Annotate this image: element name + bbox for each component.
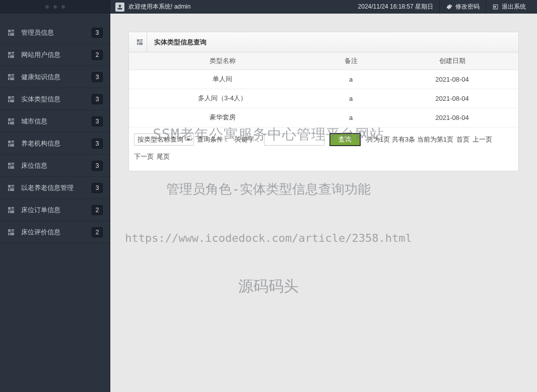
- grid-icon: [7, 51, 15, 59]
- logout-button[interactable]: 退出系统: [486, 0, 532, 14]
- sidebar-item-7[interactable]: 以老养老信息管理3: [0, 177, 110, 199]
- keyword-label: 关键字：: [235, 133, 261, 147]
- grid-icon: [7, 29, 15, 37]
- topbar: 欢迎使用本系统! admin 2024/11/24 16:18:57 星期日 修…: [110, 0, 537, 14]
- sidebar-item-badge: 3: [92, 72, 103, 82]
- sidebar-item-label: 以老养老信息管理: [21, 183, 92, 192]
- column-header: 备注: [316, 52, 386, 70]
- panel-title: 实体类型信息查询: [147, 38, 207, 47]
- sidebar-item-badge: 3: [92, 28, 103, 38]
- pager-next[interactable]: 下一页: [134, 150, 154, 164]
- search-field-select[interactable]: 按类型名称查询: [134, 134, 194, 146]
- keyword-input[interactable]: [264, 134, 324, 146]
- welcome-text: 欢迎使用本系统! admin: [128, 3, 190, 11]
- column-header: 创建日期: [386, 52, 518, 70]
- sidebar-item-8[interactable]: 床位订单信息2: [0, 199, 110, 221]
- pager-last[interactable]: 尾页: [157, 150, 170, 164]
- grid-icon: [7, 140, 15, 148]
- sidebar-item-5[interactable]: 养老机构信息3: [0, 133, 110, 155]
- sidebar-item-9[interactable]: 床位评价信息2: [0, 221, 110, 243]
- sidebar-item-badge: 3: [92, 94, 103, 104]
- sidebar-item-3[interactable]: 实体类型信息3: [0, 88, 110, 110]
- topbar-datetime: 2024/11/24 16:18:57 星期日: [352, 0, 439, 14]
- grid-icon: [7, 73, 15, 81]
- sidebar-item-label: 实体类型信息: [21, 95, 92, 104]
- pager-prev[interactable]: 上一页: [473, 133, 492, 147]
- sidebar-item-label: 床位订单信息: [21, 206, 92, 215]
- topbar-welcome: 欢迎使用本系统! admin: [115, 3, 190, 12]
- sidebar-item-0[interactable]: 管理员信息3: [0, 22, 110, 44]
- data-table: 类型名称备注创建日期 单人间a2021-08-04多人间（3-4人）a2021-…: [129, 52, 518, 127]
- table-row: 多人间（3-4人）a2021-08-04: [129, 89, 518, 108]
- avatar-icon: [115, 3, 124, 12]
- grid-icon: [7, 95, 15, 103]
- table-row: 单人间a2021-08-04: [129, 70, 518, 89]
- table-cell: a: [316, 70, 386, 89]
- sidebar-item-4[interactable]: 城市信息3: [0, 110, 110, 133]
- query-panel: 实体类型信息查询 类型名称备注创建日期 单人间a2021-08-04多人间（3-…: [128, 32, 519, 171]
- grid-icon: [7, 162, 15, 170]
- pager-first[interactable]: 首页: [456, 133, 469, 147]
- main: 欢迎使用本系统! admin 2024/11/24 16:18:57 星期日 修…: [110, 0, 537, 392]
- table-cell: a: [316, 108, 386, 127]
- table-cell: 2021-08-04: [386, 89, 518, 108]
- gear-icon: [446, 4, 452, 10]
- table-row: 豪华套房a2021-08-04: [129, 108, 518, 127]
- sidebar-item-label: 床位信息: [21, 161, 92, 170]
- sidebar-item-badge: 2: [92, 50, 103, 60]
- table-cell: 2021-08-04: [386, 108, 518, 127]
- table-cell: 单人间: [129, 70, 316, 89]
- sidebar-item-1[interactable]: 网站用户信息2: [0, 44, 110, 66]
- content-area: 实体类型信息查询 类型名称备注创建日期 单人间a2021-08-04多人间（3-…: [110, 14, 537, 392]
- logout-icon: [492, 4, 499, 10]
- table-cell: 2021-08-04: [386, 70, 518, 89]
- column-header: 类型名称: [129, 52, 316, 70]
- change-password-button[interactable]: 修改密码: [439, 0, 486, 14]
- sidebar-item-badge: 3: [92, 116, 103, 126]
- table-footer: 按类型名称查询 查询条件： 关键字： 查询 共为1页 共有3条 当前为第1页 首…: [129, 127, 518, 171]
- grid-icon: [7, 117, 15, 125]
- nav-list: 管理员信息3网站用户信息2健康知识信息3实体类型信息3城市信息3养老机构信息3床…: [0, 22, 110, 243]
- sidebar-header: [0, 0, 110, 14]
- sidebar-item-label: 管理员信息: [21, 28, 92, 37]
- grid-icon: [7, 184, 15, 192]
- table-cell: 豪华套房: [129, 108, 316, 127]
- sidebar-item-badge: 3: [92, 139, 103, 149]
- sidebar-item-label: 养老机构信息: [21, 139, 92, 148]
- table-cell: a: [316, 89, 386, 108]
- sidebar-item-label: 健康知识信息: [21, 73, 92, 82]
- sidebar-item-badge: 3: [92, 183, 103, 193]
- sidebar-item-6[interactable]: 床位信息3: [0, 155, 110, 177]
- grid-icon: [7, 228, 15, 236]
- sidebar: 管理员信息3网站用户信息2健康知识信息3实体类型信息3城市信息3养老机构信息3床…: [0, 0, 110, 392]
- grid-icon: [7, 206, 15, 214]
- window-dots: [45, 5, 65, 9]
- pager-summary: 共为1页 共有3条 当前为第1页: [367, 133, 453, 147]
- sidebar-item-label: 网站用户信息: [21, 50, 92, 59]
- sidebar-item-badge: 2: [92, 227, 103, 237]
- grid-icon: [133, 32, 147, 52]
- sidebar-item-label: 床位评价信息: [21, 228, 92, 237]
- sidebar-item-badge: 2: [92, 205, 103, 215]
- table-cell: 多人间（3-4人）: [129, 89, 316, 108]
- search-button[interactable]: 查询: [329, 133, 361, 146]
- panel-header: 实体类型信息查询: [129, 32, 518, 52]
- sidebar-item-2[interactable]: 健康知识信息3: [0, 66, 110, 88]
- sidebar-item-label: 城市信息: [21, 117, 92, 126]
- sidebar-item-badge: 3: [92, 161, 103, 171]
- cond-label: 查询条件：: [197, 133, 230, 147]
